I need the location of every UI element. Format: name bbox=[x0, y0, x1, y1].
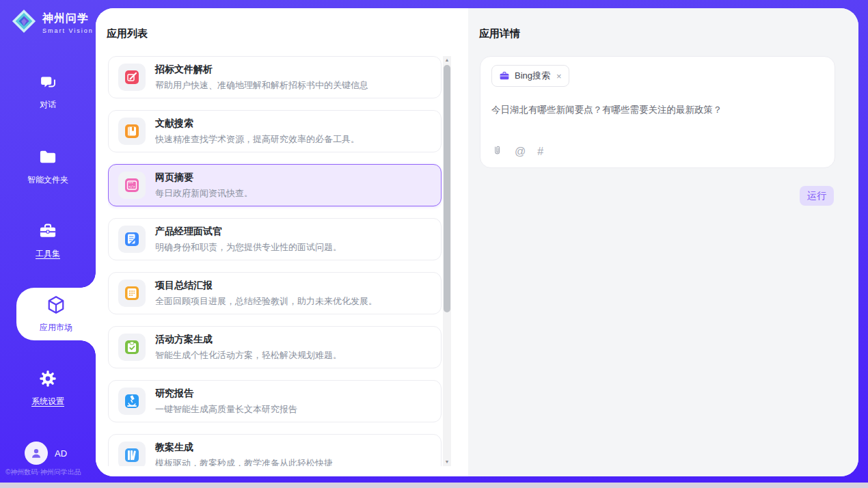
app-desc: 明确身份和职责，为您提供专业性的面试问题。 bbox=[155, 241, 342, 254]
app-desc: 每日政府新闻资讯快查。 bbox=[155, 187, 253, 200]
cube-icon bbox=[46, 295, 66, 318]
app-desc: 快速精准查找学术资源，提高研究效率的必备工具。 bbox=[155, 133, 360, 146]
prompt-card: Bing搜索 × 今日湖北有哪些新闻要点？有哪些需要关注的最新政策？ @ # bbox=[480, 56, 835, 168]
app-card-research-report[interactable]: 研究报告 一键智能生成高质量长文本研究报告 bbox=[108, 380, 442, 422]
app-card-literature-search[interactable]: 文献搜索 快速精准查找学术资源，提高研究效率的必备工具。 bbox=[108, 110, 442, 152]
app-name: 教案生成 bbox=[155, 442, 333, 454]
mention-icon[interactable]: @ bbox=[515, 146, 526, 157]
clipboard-check-icon bbox=[118, 334, 146, 361]
sidebar-item-settings[interactable]: 系统设置 bbox=[0, 369, 96, 407]
briefcase-icon bbox=[499, 70, 510, 81]
user-profile[interactable]: AD bbox=[25, 442, 67, 465]
app-frame: 神州问学 Smart Vision 对话 智能文件夹 bbox=[0, 0, 868, 483]
bottom-strip bbox=[0, 483, 868, 488]
browser-code-icon: </> bbox=[118, 172, 146, 199]
pen-square-icon bbox=[118, 64, 146, 91]
main-content: 应用列表 招标文件解析 帮助用户快速、准确地理解和解析招标书中的关键信息 bbox=[96, 8, 858, 476]
composer-toolbar: @ # bbox=[491, 145, 543, 159]
note-icon bbox=[118, 280, 146, 307]
app-card-web-summary[interactable]: </> 网页摘要 每日政府新闻资讯快查。 bbox=[108, 164, 442, 206]
avatar bbox=[25, 442, 48, 465]
person-icon bbox=[29, 446, 43, 460]
scrollbar-thumb[interactable] bbox=[444, 65, 450, 312]
app-list-title: 应用列表 bbox=[107, 27, 148, 40]
hash-icon[interactable]: # bbox=[537, 146, 543, 157]
app-desc: 模板驱动，教案秒成，教学准备从此轻松快捷 bbox=[155, 457, 333, 467]
app-card-tender-analysis[interactable]: 招标文件解析 帮助用户快速、准确地理解和解析招标书中的关键信息 bbox=[108, 56, 442, 98]
app-name: 项目总结汇报 bbox=[155, 280, 377, 292]
sidebar-item-label: 系统设置 bbox=[31, 396, 64, 407]
sidebar-item-chat[interactable]: 对话 bbox=[0, 72, 96, 111]
brand: 神州问学 Smart Vision bbox=[11, 8, 94, 37]
app-list: 招标文件解析 帮助用户快速、准确地理解和解析招标书中的关键信息 bbox=[108, 56, 442, 466]
tool-chip-label: Bing搜索 bbox=[515, 70, 550, 82]
gear-icon bbox=[38, 369, 57, 391]
tool-chip-bing-search[interactable]: Bing搜索 × bbox=[491, 65, 569, 87]
scroll-up-icon[interactable]: ▲ bbox=[445, 56, 450, 64]
paperclip-icon[interactable] bbox=[491, 145, 503, 159]
app-desc: 全面回顾项目进展，总结经验教训，助力未来优化发展。 bbox=[155, 295, 377, 308]
sidebar-item-smart-folder[interactable]: 智能文件夹 bbox=[0, 148, 96, 186]
app-list-scrollbar[interactable]: ▲ ▼ bbox=[443, 56, 451, 466]
books-icon bbox=[118, 442, 146, 466]
app-card-pm-interviewer[interactable]: 产品经理面试官 明确身份和职责，为您提供专业性的面试问题。 bbox=[108, 218, 442, 260]
microscope-icon bbox=[118, 388, 146, 415]
svg-text:</>: </> bbox=[128, 185, 135, 189]
app-name: 文献搜索 bbox=[155, 118, 360, 130]
sidebar-item-label: 对话 bbox=[40, 99, 56, 111]
app-card-project-summary[interactable]: 项目总结汇报 全面回顾项目进展，总结经验教训，助力未来优化发展。 bbox=[108, 272, 442, 314]
app-name: 招标文件解析 bbox=[155, 64, 368, 76]
sidebar-item-label: 工具集 bbox=[36, 248, 60, 260]
app-name: 网页摘要 bbox=[155, 172, 253, 184]
app-name: 产品经理面试官 bbox=[155, 226, 342, 238]
copyright-footer: ©神州数码·神州问学出品 bbox=[5, 467, 81, 477]
app-detail-title: 应用详情 bbox=[479, 27, 520, 40]
toolbox-icon bbox=[38, 221, 57, 243]
brand-name: 神州问学 bbox=[42, 12, 94, 26]
close-icon[interactable]: × bbox=[555, 71, 562, 81]
scroll-down-icon[interactable]: ▼ bbox=[445, 458, 450, 466]
sidebar-item-toolset[interactable]: 工具集 bbox=[0, 221, 96, 260]
app-desc: 一键智能生成高质量长文本研究报告 bbox=[155, 403, 297, 416]
sidebar-item-label: 智能文件夹 bbox=[27, 174, 68, 186]
sidebar-item-label: 应用市场 bbox=[40, 322, 72, 334]
app-card-activity-plan[interactable]: 活动方案生成 智能生成个性化活动方案，轻松解决规划难题。 bbox=[108, 326, 442, 368]
app-detail-panel: 应用详情 Bing搜索 × 今日湖北有哪些新闻要点？有哪些需要关注的最新政策？ bbox=[468, 8, 858, 476]
chat-icon bbox=[38, 72, 57, 94]
app-name: 研究报告 bbox=[155, 388, 297, 400]
prompt-input[interactable]: 今日湖北有哪些新闻要点？有哪些需要关注的最新政策？ bbox=[491, 104, 824, 116]
brand-subtitle: Smart Vision bbox=[42, 27, 94, 34]
app-list-panel: 应用列表 招标文件解析 帮助用户快速、准确地理解和解析招标书中的关键信息 bbox=[96, 8, 468, 476]
doc-pen-icon bbox=[118, 226, 146, 253]
sidebar-item-app-market[interactable]: 应用市场 bbox=[16, 288, 96, 340]
app-desc: 智能生成个性化活动方案，轻松解决规划难题。 bbox=[155, 349, 342, 362]
run-button[interactable]: 运行 bbox=[800, 186, 834, 206]
app-desc: 帮助用户快速、准确地理解和解析招标书中的关键信息 bbox=[155, 79, 368, 92]
folder-icon bbox=[38, 148, 57, 170]
sidebar: 神州问学 Smart Vision 对话 智能文件夹 bbox=[0, 0, 96, 483]
user-name: AD bbox=[55, 448, 67, 459]
book-icon bbox=[118, 118, 146, 145]
app-card-lesson-plan[interactable]: 教案生成 模板驱动，教案秒成，教学准备从此轻松快捷 bbox=[108, 434, 442, 466]
brand-logo-icon bbox=[11, 8, 37, 37]
app-name: 活动方案生成 bbox=[155, 334, 342, 346]
